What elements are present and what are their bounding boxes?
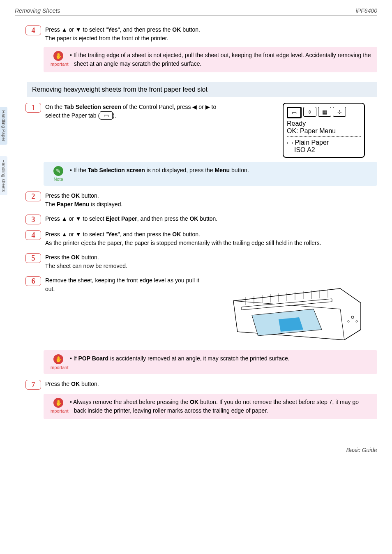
step-4b-text: Press ▲ or ▼ to select "Yes", and then p… (45, 230, 377, 247)
step-7-number: 7 (25, 380, 41, 390)
side-tab-handling-paper: Handling Paper (0, 107, 7, 145)
note-callout-1: ✎Note • If the Tab Selection screen is n… (44, 162, 377, 186)
paper-tab-icon: ▭ (100, 111, 113, 120)
step-3-number: 3 (25, 215, 41, 224)
step-4a-number: 4 (25, 25, 41, 35)
footer: Basic Guide (15, 444, 377, 453)
step-6-number: 6 (25, 276, 41, 286)
header-left: Removing Sheets (15, 7, 60, 14)
important-callout-1: ✋Important • If the trailing edge of a s… (44, 47, 377, 72)
note-icon: ✎ (53, 166, 63, 176)
step-4b-number: 4 (25, 230, 41, 240)
step-6-text: Remove the sheet, keeping the front edge… (45, 276, 209, 346)
lcd-tab-settings-icon: ⊹ (333, 107, 346, 117)
step-1-text: On the Tab Selection screen of the Contr… (45, 103, 226, 158)
side-tab-handling-sheets: Handling sheets (0, 156, 7, 195)
step-3-text: Press ▲ or ▼ to select Eject Paper, and … (45, 215, 377, 223)
lcd-line-ready: Ready (287, 120, 361, 127)
important-icon: ✋ (53, 51, 63, 61)
lcd-panel: ▭ ◊ ▦ ⊹ Ready OK: Paper Menu ▭ Plain Pap… (283, 103, 365, 158)
important-callout-2: ✋Important • If POP Board is accidentall… (44, 350, 377, 374)
step-1-number: 1 (25, 103, 41, 113)
lcd-line-size: ISO A2 (287, 146, 361, 154)
lcd-tab-paper-icon: ▭ (287, 107, 302, 118)
important-callout-3: ✋Important • Always remove the sheet bef… (44, 394, 377, 419)
printer-illustration (217, 276, 365, 346)
step-2-number: 2 (25, 192, 41, 201)
important-icon: ✋ (53, 398, 63, 408)
step-4a-text: Press ▲ or ▼ to select "Yes", and then p… (45, 25, 377, 43)
lcd-tab-job-icon: ▦ (318, 107, 331, 117)
lcd-line-papertype: ▭ Plain Paper (287, 138, 361, 146)
section-heading: Removing heavyweight sheets from the fro… (27, 82, 377, 97)
important-icon: ✋ (53, 354, 63, 364)
header-right: iPF6400 (356, 7, 377, 14)
step-5-text: Press the OK button. The sheet can now b… (45, 253, 377, 270)
lcd-line-ok: OK: Paper Menu (287, 127, 361, 135)
step-5-number: 5 (25, 253, 41, 263)
step-2-text: Press the OK button. The Paper Menu is d… (45, 192, 377, 209)
lcd-tab-ink-icon: ◊ (303, 107, 316, 117)
step-7-text: Press the OK button. (45, 380, 377, 388)
